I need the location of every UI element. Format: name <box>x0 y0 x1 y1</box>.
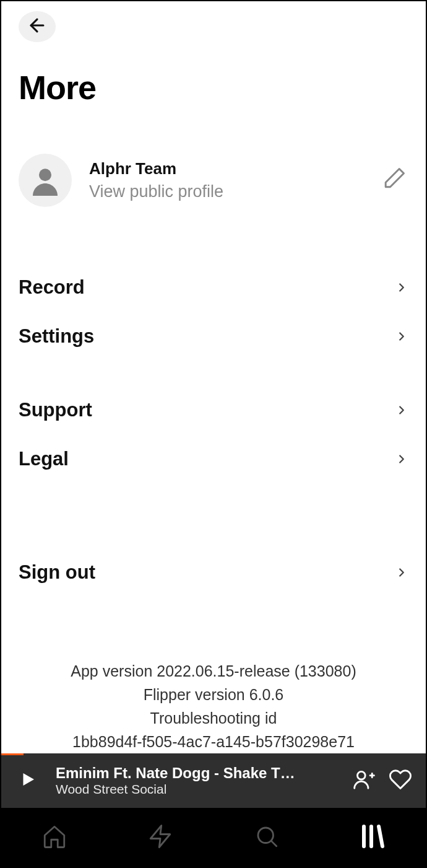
svg-marker-2 <box>24 773 35 786</box>
tab-home[interactable] <box>36 819 73 856</box>
now-playing-text: Eminim Ft. Nate Dogg - Shake T… Wood Str… <box>56 765 338 797</box>
profile-subtitle: View public profile <box>89 182 379 201</box>
edit-profile-button[interactable] <box>379 165 408 195</box>
menu-label: Settings <box>19 325 94 348</box>
now-playing-artist: Wood Street Social <box>56 782 338 797</box>
svg-marker-6 <box>151 825 171 847</box>
app-version: App version 2022.06.15-release (133080) <box>19 659 408 683</box>
now-playing-bar[interactable]: Eminim Ft. Nate Dogg - Shake T… Wood Str… <box>1 753 426 808</box>
chevron-right-icon <box>395 566 408 579</box>
svg-line-11 <box>379 826 382 846</box>
svg-point-7 <box>258 828 274 843</box>
troubleshooting-id: 1bb89d4f-f505-4ac7-a145-b57f30298e71 <box>19 730 408 753</box>
tab-discover[interactable] <box>142 819 179 856</box>
avatar <box>19 154 72 207</box>
pencil-icon <box>380 165 407 195</box>
menu-label: Sign out <box>19 561 95 584</box>
back-button[interactable] <box>19 11 56 42</box>
search-icon <box>254 823 280 852</box>
tab-library[interactable] <box>354 819 391 856</box>
svg-line-8 <box>272 841 277 846</box>
person-add-icon <box>352 768 375 794</box>
menu-item-support[interactable]: Support <box>1 386 426 435</box>
menu-item-signout[interactable]: Sign out <box>1 548 426 597</box>
troubleshooting-label: Troubleshooting id <box>19 706 408 730</box>
play-button[interactable] <box>19 770 37 791</box>
library-icon <box>358 822 387 854</box>
svg-point-1 <box>39 169 51 182</box>
bolt-icon <box>147 823 173 852</box>
profile-row[interactable]: Alphr Team View public profile <box>19 154 408 207</box>
like-button[interactable] <box>389 768 412 794</box>
home-icon <box>41 823 67 852</box>
profile-name: Alphr Team <box>89 159 379 178</box>
playback-progress <box>1 753 24 755</box>
heart-icon <box>389 768 412 794</box>
arrow-left-icon <box>27 15 48 38</box>
menu-item-settings[interactable]: Settings <box>1 312 426 361</box>
follow-button[interactable] <box>352 768 375 794</box>
tab-bar <box>1 808 426 867</box>
profile-text: Alphr Team View public profile <box>89 159 379 201</box>
menu-label: Record <box>19 276 85 299</box>
play-icon <box>19 770 37 791</box>
flipper-version: Flipper version 6.0.6 <box>19 683 408 706</box>
menu-label: Legal <box>19 448 69 470</box>
chevron-right-icon <box>395 281 408 294</box>
menu-item-record[interactable]: Record <box>1 263 426 312</box>
version-info: App version 2022.06.15-release (133080) … <box>1 659 426 753</box>
svg-point-3 <box>358 771 366 779</box>
chevron-right-icon <box>395 330 408 343</box>
menu-label: Support <box>19 399 92 421</box>
page-title: More <box>19 68 426 107</box>
chevron-right-icon <box>395 403 408 417</box>
menu-item-legal[interactable]: Legal <box>1 435 426 484</box>
now-playing-title: Eminim Ft. Nate Dogg - Shake T… <box>56 765 338 782</box>
tab-search[interactable] <box>248 819 285 856</box>
chevron-right-icon <box>395 452 408 466</box>
